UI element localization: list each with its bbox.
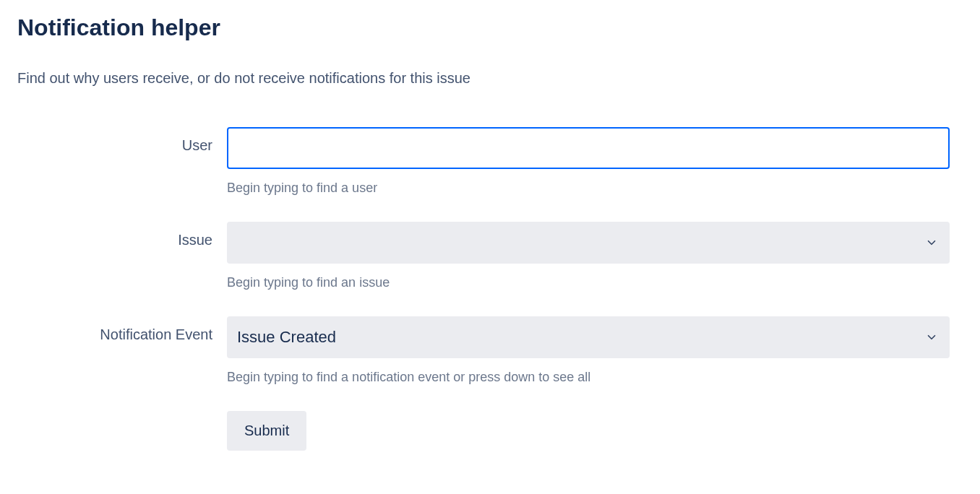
issue-field-row: Issue Begin typing to find an issue [17, 222, 963, 290]
submit-button[interactable]: Submit [227, 411, 306, 451]
notification-event-label: Notification Event [17, 316, 227, 343]
user-help-text: Begin typing to find a user [227, 181, 950, 196]
issue-label: Issue [17, 222, 227, 248]
notification-helper-form: User Begin typing to find a user Issue B… [17, 127, 963, 451]
user-label: User [17, 127, 227, 154]
notification-event-field-row: Notification Event Issue Created Begin t… [17, 316, 963, 385]
notification-event-select[interactable]: Issue Created [227, 316, 950, 358]
notification-event-help-text: Begin typing to find a notification even… [227, 370, 950, 385]
submit-row: Submit [17, 411, 963, 451]
chevron-down-icon [925, 331, 938, 344]
notification-event-select-value: Issue Created [237, 328, 336, 347]
user-field-row: User Begin typing to find a user [17, 127, 963, 196]
chevron-down-icon [925, 236, 938, 249]
page-title: Notification helper [17, 14, 963, 41]
user-input[interactable] [227, 127, 950, 169]
page-description: Find out why users receive, or do not re… [17, 70, 963, 87]
issue-select[interactable] [227, 222, 950, 264]
issue-help-text: Begin typing to find an issue [227, 275, 950, 290]
